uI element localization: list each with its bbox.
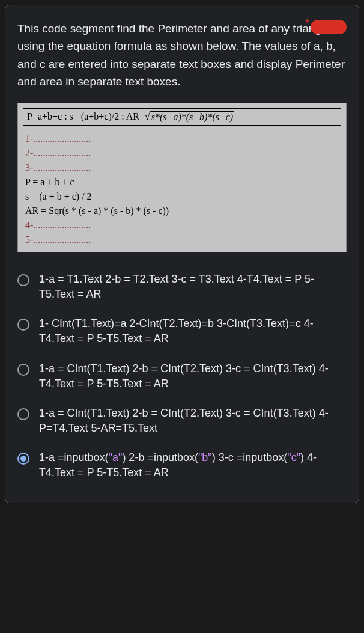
option-text: 1-a = CInt(T1.Text) 2-b = CInt(T2.Text) … [39, 406, 347, 436]
sqrt-body: s*(s−a)*(s−b)*(s−c) [150, 111, 234, 123]
code-line-2: 2-........................ [25, 146, 339, 161]
code-block: 1-........................ 2-...........… [23, 132, 341, 249]
radio-icon[interactable] [17, 364, 29, 376]
radio-icon[interactable] [17, 274, 29, 286]
formula-image-box: P=a+b+c : s= (a+b+c)/2 : AR= √ s*(s−a)*(… [17, 103, 347, 252]
required-badge [311, 20, 347, 34]
option-text: 1-a =inputbox("a") 2-b =inputbox("b") 3-… [39, 450, 347, 480]
options-group: 1-a = T1.Text 2-b = T2.Text 3-c = T3.Tex… [17, 265, 347, 488]
question-header: * This code segment find the Perimeter a… [17, 20, 347, 91]
code-line-1: 1-........................ [25, 132, 339, 146]
option-3[interactable]: 1-a = CInt(T1.Text) 2-b = CInt(T2.Text) … [17, 354, 347, 399]
option-1[interactable]: 1-a = T1.Text 2-b = T2.Text 3-c = T3.Tex… [17, 265, 347, 309]
sqrt-icon: √ [145, 111, 150, 122]
formula-equation: P=a+b+c : s= (a+b+c)/2 : AR= √ s*(s−a)*(… [23, 108, 341, 126]
code-line-6: AR = Sqr(s * (s - a) * (s - b) * (s - c)… [25, 204, 339, 218]
option-4[interactable]: 1-a = CInt(T1.Text) 2-b = CInt(T2.Text) … [17, 399, 347, 443]
option-text: 1- CInt(T1.Text)=a 2-CInt(T2.Text)=b 3-C… [39, 316, 347, 346]
code-line-3: 3-........................ [25, 161, 339, 175]
radio-icon-selected[interactable] [17, 453, 29, 465]
formula-prefix: P=a+b+c : s= (a+b+c)/2 : AR= [27, 111, 145, 122]
radio-icon[interactable] [17, 319, 29, 331]
option-5[interactable]: 1-a =inputbox("a") 2-b =inputbox("b") 3-… [17, 443, 347, 488]
question-card: * This code segment find the Perimeter a… [5, 5, 359, 503]
code-line-5: s = (a + b + c) / 2 [25, 189, 339, 204]
code-line-8: 5-........................ [25, 233, 339, 247]
option-text: 1-a = CInt(T1.Text) 2-b = CInt(T2.Text) … [39, 361, 347, 391]
option-2[interactable]: 1- CInt(T1.Text)=a 2-CInt(T2.Text)=b 3-C… [17, 309, 347, 353]
radio-icon[interactable] [17, 408, 29, 420]
code-line-4: P = a + b + c [25, 175, 339, 189]
question-text: This code segment find the Perimeter and… [17, 20, 347, 91]
option-text: 1-a = T1.Text 2-b = T2.Text 3-c = T3.Tex… [39, 272, 347, 302]
required-asterisk: * [305, 17, 309, 30]
code-line-7: 4-........................ [25, 218, 339, 233]
